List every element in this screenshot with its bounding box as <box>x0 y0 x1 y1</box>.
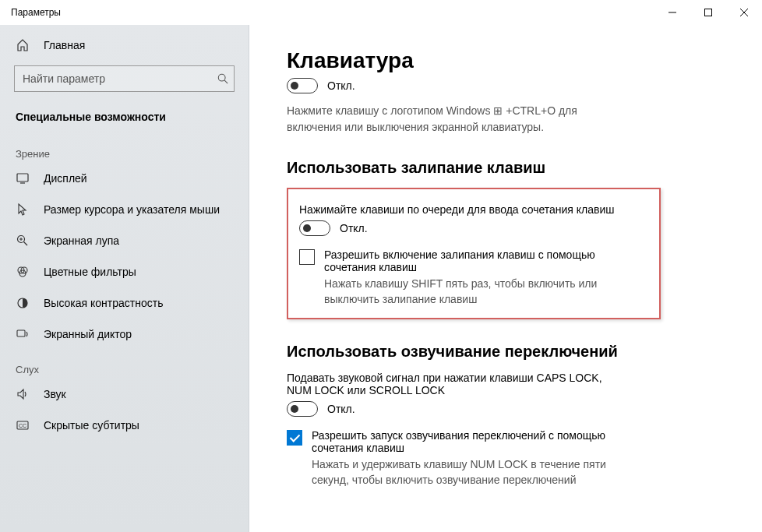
togglesounds-toggle[interactable] <box>287 401 318 417</box>
sticky-toggle[interactable] <box>299 220 330 236</box>
home-nav[interactable]: Главная <box>0 31 249 59</box>
cursor-icon <box>16 203 30 216</box>
sidebar-item-high-contrast[interactable]: Высокая контрастность <box>0 287 249 319</box>
sidebar-item-label: Звук <box>44 388 66 400</box>
group-vision: Зрение <box>0 134 249 163</box>
display-icon <box>16 172 30 185</box>
togglesounds-check-sub: Нажать и удерживать клавишу NUM LOCK в т… <box>312 457 630 488</box>
svg-text:CC: CC <box>19 423 26 428</box>
sidebar: Главная Специальные возможности Зрение Д… <box>0 25 249 532</box>
page-title: Клавиатура <box>287 48 725 73</box>
osk-toggle-state: Откл. <box>327 79 355 92</box>
section-title: Специальные возможности <box>0 103 249 134</box>
osk-toggle-row: Откл. <box>287 78 725 93</box>
togglesounds-shortcut-row: Разрешить запуск озвучивания переключени… <box>287 429 630 488</box>
sticky-shortcut-row: Разрешить включение залипания клавиш с п… <box>299 248 648 307</box>
window-title: Параметры <box>11 7 61 18</box>
togglesounds-toggle-row: Откл. <box>287 401 725 417</box>
svg-line-5 <box>224 80 228 83</box>
svg-rect-1 <box>705 9 712 16</box>
sidebar-item-label: Экранная лупа <box>44 234 119 247</box>
togglesounds-check-label: Разрешить запуск озвучивания переключени… <box>312 429 630 454</box>
contrast-icon <box>16 297 30 309</box>
window-controls <box>654 0 762 25</box>
sidebar-item-color-filters[interactable]: Цветные фильтры <box>0 256 249 287</box>
togglesounds-toggle-state: Откл. <box>327 403 355 415</box>
sticky-check-label: Разрешить включение залипания клавиш с п… <box>324 248 648 273</box>
sidebar-item-label: Скрытые субтитры <box>44 419 139 432</box>
captions-icon: CC <box>16 419 30 432</box>
sidebar-item-narrator[interactable]: Экранный диктор <box>0 319 249 350</box>
minimize-button[interactable] <box>654 0 690 25</box>
narrator-icon <box>16 328 30 340</box>
svg-rect-16 <box>17 330 25 336</box>
togglesounds-heading: Использовать озвучивание переключений <box>287 343 725 361</box>
togglesounds-label: Подавать звуковой сигнал при нажатии кла… <box>287 372 630 396</box>
search-wrap <box>14 65 235 92</box>
togglesounds-shortcut-checkbox[interactable] <box>287 430 302 446</box>
color-filter-icon <box>16 266 30 278</box>
home-label: Главная <box>44 39 85 51</box>
sidebar-item-captions[interactable]: CC Скрытые субтитры <box>0 410 249 441</box>
sidebar-item-label: Цветные фильтры <box>44 266 136 278</box>
sidebar-item-magnifier[interactable]: Экранная лупа <box>0 225 249 256</box>
group-hearing: Слух <box>0 350 249 379</box>
sticky-check-sub: Нажать клавишу SHIFT пять раз, чтобы вкл… <box>324 277 648 307</box>
magnifier-icon <box>16 234 30 247</box>
search-input[interactable] <box>14 65 235 92</box>
maximize-button[interactable] <box>690 0 726 25</box>
osk-helper: Нажмите клавишу с логотипом Windows ⊞ +C… <box>287 103 630 136</box>
sticky-label: Нажимайте клавиши по очереди для ввода с… <box>299 203 648 216</box>
sidebar-item-label: Экранный диктор <box>44 328 132 340</box>
sidebar-item-label: Размер курсора и указателя мыши <box>44 203 220 216</box>
sidebar-item-label: Дисплей <box>44 172 87 185</box>
close-button[interactable] <box>726 0 762 25</box>
sound-icon <box>16 388 30 400</box>
sticky-heading: Использовать залипание клавиш <box>287 159 725 177</box>
search-icon <box>217 73 228 84</box>
svg-point-4 <box>218 74 225 81</box>
main-content: Клавиатура Откл. Нажмите клавишу с логот… <box>249 25 762 532</box>
home-icon <box>16 39 30 51</box>
svg-rect-6 <box>17 174 28 181</box>
osk-toggle[interactable] <box>287 78 318 93</box>
sticky-shortcut-checkbox[interactable] <box>299 249 315 265</box>
sidebar-item-sound[interactable]: Звук <box>0 379 249 410</box>
title-bar: Параметры <box>0 0 762 25</box>
sticky-highlight-box: Нажимайте клавиши по очереди для ввода с… <box>287 188 661 319</box>
sticky-toggle-row: Откл. <box>299 220 648 236</box>
sidebar-item-cursor[interactable]: Размер курсора и указателя мыши <box>0 194 249 225</box>
sidebar-item-label: Высокая контрастность <box>44 297 163 309</box>
sidebar-item-display[interactable]: Дисплей <box>0 163 249 194</box>
svg-line-9 <box>24 242 28 246</box>
sticky-toggle-state: Откл. <box>340 222 368 234</box>
